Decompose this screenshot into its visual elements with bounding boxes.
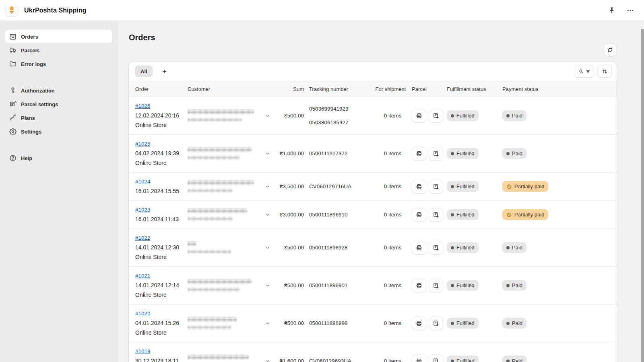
sidebar-item-label: Authorization xyxy=(21,88,55,94)
parcel-cell xyxy=(412,354,447,362)
payment-status-label: Paid xyxy=(512,150,522,156)
duplicate-parcel-button[interactable] xyxy=(429,317,443,330)
sum-cell: ₴3,000.00 xyxy=(278,212,309,218)
print-label-button[interactable] xyxy=(412,208,426,222)
sidebar-item-authorization[interactable]: Authorization xyxy=(5,84,112,97)
payment-cell: Partially paid xyxy=(502,181,617,192)
sidebar-item-error-logs[interactable]: Error logs xyxy=(5,57,112,71)
column-header-parcel: Parcel xyxy=(412,86,447,92)
customer-phone-redacted xyxy=(188,188,233,193)
search-filter-button[interactable] xyxy=(575,65,594,78)
duplicate-parcel-button[interactable] xyxy=(429,279,443,292)
table-row: #1026 12.02.2024 20:16 Online Store ₴500… xyxy=(129,97,617,135)
logo-triangle xyxy=(9,11,14,14)
status-dot-icon xyxy=(451,185,454,188)
duplicate-icon xyxy=(432,320,440,327)
print-label-button[interactable] xyxy=(412,354,426,362)
order-number-link[interactable]: #1024 xyxy=(135,179,151,185)
order-date: 14.01.2024 12:14 xyxy=(135,281,188,290)
fulfillment-status-label: Fulfilled xyxy=(456,282,475,288)
refresh-button[interactable] xyxy=(604,43,617,56)
print-label-button[interactable] xyxy=(412,241,426,255)
sidebar-item-settings[interactable]: Settings xyxy=(5,125,112,138)
chevron-down-icon xyxy=(265,283,270,288)
duplicate-icon xyxy=(432,112,440,119)
tracking-number: CV060129693UA xyxy=(309,358,374,362)
orders-icon xyxy=(9,33,17,41)
duplicate-parcel-button[interactable] xyxy=(429,208,443,222)
add-view-button[interactable]: + xyxy=(159,66,170,77)
sidebar-item-orders[interactable]: Orders xyxy=(5,30,112,43)
tracking-cell: CV060129716UA xyxy=(309,183,374,190)
orders-card: All + Order Customer Sum Tracking num xyxy=(129,62,617,362)
pin-icon[interactable] xyxy=(608,6,616,14)
print-label-button[interactable] xyxy=(412,279,426,292)
more-icon[interactable] xyxy=(626,6,634,14)
tracking-cell: 0503699941923 0503806135927 xyxy=(309,105,374,126)
expand-customer-button[interactable] xyxy=(265,321,270,326)
expand-customer-button[interactable] xyxy=(265,283,270,288)
sidebar-item-parcel-settings[interactable]: Parcel settings xyxy=(5,97,112,111)
fulfillment-cell: Fulfilled xyxy=(447,356,502,362)
payment-status-badge: Paid xyxy=(502,110,526,121)
expand-customer-button[interactable] xyxy=(265,212,270,218)
vertical-scrollbar[interactable] xyxy=(641,29,644,362)
tracking-cell: CV060129693UA xyxy=(309,358,374,362)
expand-customer-button[interactable] xyxy=(265,245,270,251)
sidebar-item-parcels[interactable]: Parcels xyxy=(5,43,112,57)
payment-cell: Paid xyxy=(502,148,617,159)
customer-name-redacted xyxy=(188,279,252,284)
order-number-link[interactable]: #1021 xyxy=(135,273,151,279)
duplicate-parcel-button[interactable] xyxy=(429,354,443,362)
expand-customer-button[interactable] xyxy=(265,151,270,156)
status-dot-icon xyxy=(506,152,510,155)
sidebar-item-help[interactable]: Help xyxy=(5,151,112,165)
tracking-number: 0503699941923 xyxy=(309,105,374,112)
tracking-number: CV060129716UA xyxy=(309,183,374,190)
payment-status-badge: Paid xyxy=(502,242,526,253)
main-content: Orders All + xyxy=(117,21,644,362)
parcel-cell xyxy=(412,241,447,255)
for-shipment-cell: 0 items xyxy=(374,320,412,326)
order-number-link[interactable]: #1025 xyxy=(135,141,151,147)
order-number-link[interactable]: #1022 xyxy=(135,235,151,241)
payment-cell: Paid xyxy=(502,318,617,329)
order-number-link[interactable]: #1026 xyxy=(135,103,151,109)
payment-status-badge: Paid xyxy=(502,318,526,329)
fulfillment-status-label: Fulfilled xyxy=(456,212,475,218)
tab-all[interactable]: All xyxy=(135,66,153,77)
sidebar: Orders Parcels Error logs Authorization xyxy=(0,21,117,362)
duplicate-parcel-button[interactable] xyxy=(429,109,443,123)
gear-icon xyxy=(9,128,17,136)
duplicate-parcel-button[interactable] xyxy=(429,147,443,160)
status-dot-icon xyxy=(506,284,510,287)
order-number-link[interactable]: #1023 xyxy=(135,207,151,213)
duplicate-parcel-button[interactable] xyxy=(429,180,443,193)
sum-cell: ₴3,500.00 xyxy=(278,183,309,189)
status-dot-icon xyxy=(451,152,454,155)
print-label-button[interactable] xyxy=(412,147,426,160)
table-row: #1019 30.12.2023 18:11 Online Store ₴1,6… xyxy=(129,342,617,362)
column-header-order: Order xyxy=(135,86,188,92)
order-number-link[interactable]: #1019 xyxy=(135,348,151,354)
customer-cell xyxy=(188,147,278,160)
print-label-button[interactable] xyxy=(412,109,426,123)
sidebar-gap xyxy=(5,71,112,84)
fulfillment-cell: Fulfilled xyxy=(447,280,502,291)
expand-customer-button[interactable] xyxy=(265,184,270,189)
order-number-link[interactable]: #1020 xyxy=(135,311,151,317)
duplicate-parcel-button[interactable] xyxy=(429,241,443,255)
expand-customer-button[interactable] xyxy=(265,358,270,362)
order-date: 16.01.2024 11:43 xyxy=(135,215,188,224)
order-cell: #1023 16.01.2024 11:43 xyxy=(135,206,188,224)
sort-button[interactable] xyxy=(597,65,612,78)
payment-status-label: Partially paid xyxy=(514,183,544,189)
sidebar-item-label: Parcel settings xyxy=(21,101,58,107)
status-dot-icon xyxy=(506,246,510,249)
sidebar-item-plans[interactable]: Plans xyxy=(5,111,112,125)
payment-cell: Paid xyxy=(502,242,617,253)
sidebar-item-label: Error logs xyxy=(21,61,46,67)
print-label-button[interactable] xyxy=(412,317,426,330)
print-label-button[interactable] xyxy=(412,180,426,193)
expand-customer-button[interactable] xyxy=(265,113,270,119)
